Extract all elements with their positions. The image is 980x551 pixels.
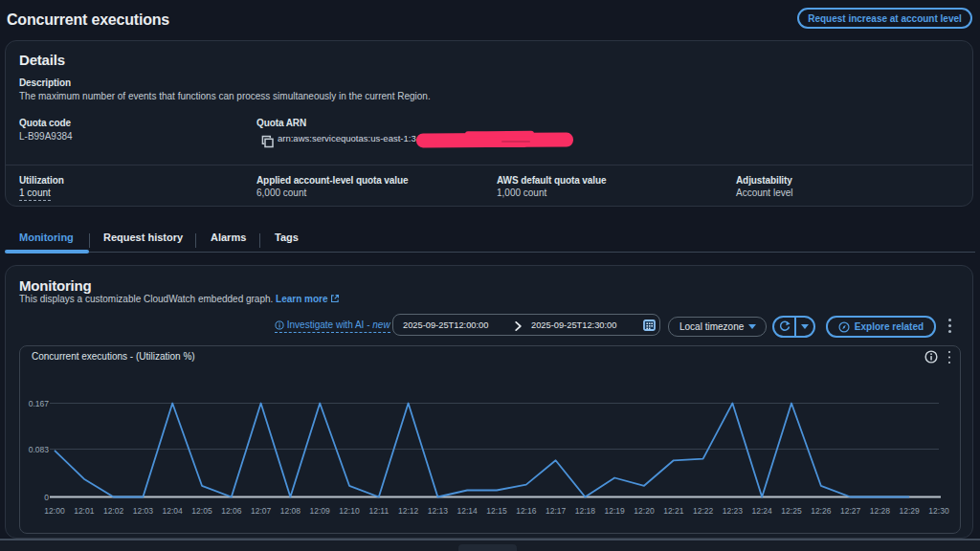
svg-text:12:13: 12:13 (428, 506, 449, 516)
svg-text:12:28: 12:28 (870, 506, 891, 516)
svg-text:12:01: 12:01 (74, 506, 95, 516)
svg-text:12:25: 12:25 (781, 506, 802, 516)
svg-text:0.083: 0.083 (29, 445, 50, 454)
svg-text:12:20: 12:20 (634, 506, 655, 516)
svg-text:12:26: 12:26 (811, 506, 832, 516)
svg-text:12:06: 12:06 (221, 506, 242, 516)
svg-text:12:00: 12:00 (44, 506, 65, 516)
svg-text:12:07: 12:07 (251, 506, 272, 516)
svg-text:12:17: 12:17 (546, 506, 567, 516)
svg-text:12:30: 12:30 (928, 506, 949, 516)
svg-text:12:29: 12:29 (900, 506, 921, 516)
svg-text:12:22: 12:22 (693, 506, 714, 516)
svg-text:12:11: 12:11 (368, 506, 389, 516)
svg-text:0.167: 0.167 (29, 399, 50, 408)
svg-text:12:24: 12:24 (752, 506, 773, 516)
svg-text:12:23: 12:23 (723, 506, 744, 516)
svg-text:12:03: 12:03 (133, 506, 154, 516)
svg-text:12:10: 12:10 (339, 506, 360, 516)
svg-text:12:18: 12:18 (575, 506, 596, 516)
svg-text:12:19: 12:19 (605, 506, 626, 516)
svg-text:12:09: 12:09 (310, 506, 331, 516)
svg-text:12:15: 12:15 (486, 506, 507, 516)
svg-text:12:05: 12:05 (191, 506, 212, 516)
svg-text:12:21: 12:21 (663, 506, 684, 516)
svg-text:0: 0 (44, 493, 49, 502)
svg-text:12:12: 12:12 (398, 506, 419, 516)
svg-text:12:27: 12:27 (840, 506, 861, 516)
svg-text:12:08: 12:08 (280, 506, 301, 516)
svg-text:12:02: 12:02 (103, 506, 124, 516)
svg-text:12:14: 12:14 (457, 506, 479, 516)
svg-text:12:16: 12:16 (516, 506, 537, 516)
svg-text:12:04: 12:04 (163, 506, 184, 516)
